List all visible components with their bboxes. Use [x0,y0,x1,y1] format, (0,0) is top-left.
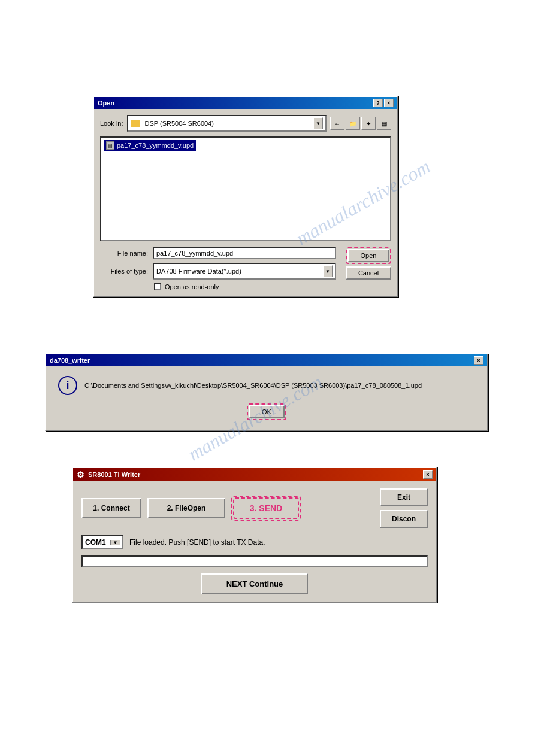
bottom-row: File name: pa17_c78_yymmdd_v.upd Files o… [100,247,391,290]
open-dialog-body: Look in: DSP (SR5004 SR6004) ▼ ← 📁 ✦ ▦ ▤… [94,109,397,296]
next-continue-btn[interactable]: NEXT Continue [201,573,309,594]
da708-title: da708_writer [50,357,90,364]
file-type-icon: ▤ [106,141,114,150]
file-name-label: File name: [100,250,148,257]
open-dialog-help-btn[interactable]: ? [373,99,383,107]
fileopen-btn[interactable]: 2. FileOpen [147,498,225,518]
da708-close-btn[interactable]: × [474,356,483,365]
da708-titlebar: da708_writer × [46,354,487,366]
back-btn[interactable]: ← [330,117,344,130]
folder-btn[interactable]: 📁 [346,117,360,130]
da708-body: i C:\Documents and Settings\w_kikuchi\De… [46,366,487,430]
file-list-area[interactable]: ▤ pa17_c78_yymmdd_v.upd [100,136,391,241]
open-dialog-titlebar: Open ? × [94,97,397,109]
open-readonly-label: Open as read-only [165,283,219,290]
new-folder-btn[interactable]: ✦ [361,117,376,130]
open-dialog-title: Open [98,99,114,107]
sr8001-main-buttons: 1. Connect 2. FileOpen 3. SEND [81,496,374,521]
com-combo[interactable]: COM1 ▼ [81,535,123,549]
send-btn[interactable]: 3. SEND [233,497,299,519]
open-dialog-close-btn[interactable]: × [384,99,394,107]
bottom-inputs: File name: pa17_c78_yymmdd_v.upd Files o… [100,247,336,290]
look-in-combo[interactable]: DSP (SR5004 SR6004) ▼ [127,115,327,132]
open-btn-highlight: Open [346,247,391,264]
sr8001-title-icon: ⚙ [77,470,84,479]
sr8001-title-area: ⚙ SR8001 TI Writer [77,470,140,479]
sr8001-title: SR8001 TI Writer [88,471,140,478]
sr8001-top-row: 1. Connect 2. FileOpen 3. SEND Exit Disc… [81,488,428,528]
sr8001-close-btn[interactable]: × [423,470,433,479]
ok-btn-highlight: OK [247,403,286,420]
folder-icon [131,120,140,127]
look-in-row: Look in: DSP (SR5004 SR6004) ▼ ← 📁 ✦ ▦ [100,115,391,132]
dialog-buttons: Open Cancel [346,247,391,280]
file-item-name: pa17_c78_yymmdd_v.upd [117,142,194,149]
view-btn[interactable]: ▦ [377,117,391,130]
info-icon: i [58,376,77,395]
da708-content-row: i C:\Documents and Settings\w_kikuchi\De… [58,376,475,395]
send-btn-highlight: 3. SEND [231,496,301,521]
sr8001-titlebar: ⚙ SR8001 TI Writer × [73,468,436,481]
com-value: COM1 [85,538,106,546]
toolbar-icons: ← 📁 ✦ ▦ [330,117,391,130]
connect-btn[interactable]: 1. Connect [81,498,141,518]
open-file-dialog: Open ? × Look in: DSP (SR5004 SR6004) ▼ … [93,96,398,297]
open-btn[interactable]: Open [347,249,389,262]
da708-title-buttons: × [474,356,483,365]
files-of-type-label: Files of type: [100,268,148,275]
look-in-value: DSP (SR5004 SR6004) [145,120,214,127]
sr8001-dialog: ⚙ SR8001 TI Writer × 1. Connect 2. FileO… [72,467,437,603]
progress-bar [81,555,428,567]
da708-ok-btn[interactable]: OK [249,405,285,418]
da708-path-text: C:\Documents and Settings\w_kikuchi\Desk… [84,382,422,389]
cancel-btn[interactable]: Cancel [346,266,391,280]
da708-dialog: da708_writer × i C:\Documents and Settin… [45,353,488,431]
status-text: File loaded. Push [SEND] to start TX Dat… [129,538,265,546]
sr8001-second-row: COM1 ▼ File loaded. Push [SEND] to start… [81,535,428,549]
discon-btn[interactable]: Discon [380,510,428,528]
look-in-dropdown-arrow[interactable]: ▼ [313,117,323,129]
file-name-input[interactable]: pa17_c78_yymmdd_v.upd [153,247,336,259]
files-of-type-row: Files of type: DA708 Firmware Data(*.upd… [100,263,336,280]
sr8001-side-buttons: Exit Discon [380,488,428,528]
open-readonly-checkbox[interactable] [154,283,161,290]
file-name-row: File name: pa17_c78_yymmdd_v.upd [100,247,336,259]
open-readonly-row: Open as read-only [154,283,336,290]
files-of-type-combo[interactable]: DA708 Firmware Data(*.upd) ▼ [153,263,336,280]
files-of-type-arrow[interactable]: ▼ [323,265,333,277]
open-dialog-title-buttons: ? × [373,99,394,107]
com-dropdown-arrow[interactable]: ▼ [110,540,120,545]
exit-btn[interactable]: Exit [380,488,428,506]
file-list-item[interactable]: ▤ pa17_c78_yymmdd_v.upd [104,140,196,151]
sr8001-body: 1. Connect 2. FileOpen 3. SEND Exit Disc… [73,481,436,602]
sr8001-title-buttons: × [423,470,433,479]
look-in-label: Look in: [100,120,123,127]
